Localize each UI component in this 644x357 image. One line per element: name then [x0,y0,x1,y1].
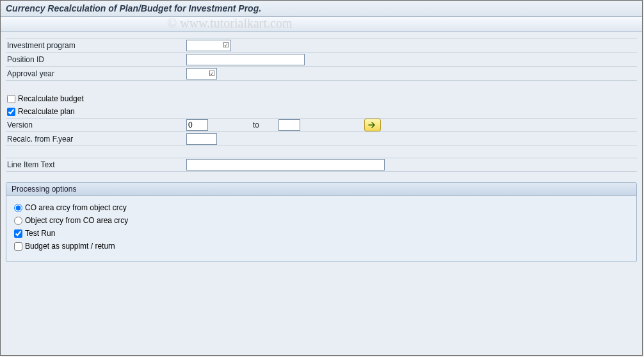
app-window: Currency Recalculation of Plan/Budget fo… [0,0,643,356]
row-version: Version to [6,118,637,132]
input-recalc-fyear[interactable] [186,133,217,145]
row-test-run: Test Run [13,227,630,240]
form-area: Investment program ☑ Position ID Approva… [1,32,642,269]
input-approval-year[interactable] [186,68,217,79]
row-recalc-budget: Recalculate budget [6,92,637,105]
row-radio-obj-from-co: Object crcy from CO area crcy [13,214,630,227]
label-investment-program: Investment program [6,41,186,50]
panel-title-processing: Processing options [6,183,636,196]
checkbox-recalc-budget[interactable] [7,95,15,103]
label-test-run: Test Run [25,229,55,238]
label-version: Version [6,120,186,129]
label-version-to: to [253,120,259,129]
label-recalc-budget: Recalculate budget [18,94,84,103]
label-line-item-text: Line Item Text [6,160,186,169]
radio-obj-from-co[interactable] [14,217,22,225]
label-approval-year: Approval year [6,69,186,78]
row-position-id: Position ID [6,53,637,67]
row-investment-program: Investment program ☑ [6,38,637,53]
label-budget-supp-return: Budget as supplmt / return [25,242,115,251]
row-recalc-plan: Recalculate plan [6,105,637,118]
input-version-to[interactable] [278,119,300,131]
label-recalc-plan: Recalculate plan [18,107,75,116]
row-line-item-text: Line Item Text [6,158,637,172]
checkbox-recalc-plan[interactable] [7,108,15,116]
row-approval-year: Approval year ☑ [6,67,637,81]
row-budget-supp-return: Budget as supplmt / return [13,240,630,253]
checkbox-budget-supp-return[interactable] [14,242,22,251]
label-co-from-obj: CO area crcy from object crcy [25,203,127,212]
multiselect-button[interactable] [364,119,381,131]
input-position-id[interactable] [186,54,305,65]
panel-processing-options: Processing options CO area crcy from obj… [6,182,637,262]
input-version-from[interactable] [186,119,208,131]
input-investment-program[interactable] [186,40,231,51]
arrow-right-icon [368,122,377,128]
toolbar [1,17,642,32]
input-line-item-text[interactable] [186,159,385,170]
label-recalc-fyear: Recalc. from F.year [6,135,186,144]
label-position-id: Position ID [6,55,186,64]
label-obj-from-co: Object crcy from CO area crcy [25,216,128,225]
row-radio-co-from-obj: CO area crcy from object crcy [13,201,630,214]
page-title: Currency Recalculation of Plan/Budget fo… [1,1,642,17]
row-recalc-fyear: Recalc. from F.year [6,132,637,146]
checkbox-test-run[interactable] [14,229,22,238]
radio-co-from-obj[interactable] [14,204,22,212]
